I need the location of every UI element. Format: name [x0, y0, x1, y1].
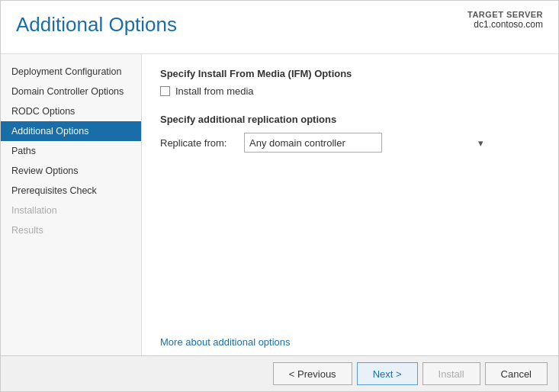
next-button[interactable]: Next >	[357, 362, 418, 385]
more-about-link[interactable]: More about additional options	[160, 336, 540, 348]
sidebar-item-installation: Installation	[1, 201, 141, 220]
target-server-value: dc1.contoso.com	[467, 19, 543, 30]
install-from-media-row: Install from media	[160, 85, 540, 97]
sidebar-item-results: Results	[1, 220, 141, 240]
sidebar-item-domain-controller-options[interactable]: Domain Controller Options	[1, 82, 141, 101]
sidebar-item-prerequisites-check[interactable]: Prerequisites Check	[1, 181, 141, 201]
sidebar-item-rodc-options[interactable]: RODC Options	[1, 101, 141, 121]
sidebar-item-review-options[interactable]: Review Options	[1, 161, 141, 181]
target-server-label: TARGET SERVER	[467, 10, 543, 19]
body-area: Deployment Configuration Domain Controll…	[1, 54, 558, 355]
ifm-section: Specify Install From Media (IFM) Options…	[160, 68, 540, 101]
install-from-media-label[interactable]: Install from media	[175, 85, 254, 97]
ifm-section-title: Specify Install From Media (IFM) Options	[160, 68, 540, 79]
page-title: Additional Options	[16, 13, 467, 37]
main-window: Additional Options TARGET SERVER dc1.con…	[0, 0, 559, 392]
replicate-from-row: Replicate from: Any domain controller Sp…	[160, 133, 540, 153]
install-button[interactable]: Install	[422, 362, 480, 385]
target-server-block: TARGET SERVER dc1.contoso.com	[467, 10, 543, 30]
content-spacer	[160, 165, 540, 329]
install-from-media-checkbox[interactable]	[160, 86, 170, 96]
content-area: Specify Install From Media (IFM) Options…	[142, 54, 558, 355]
replicate-from-label: Replicate from:	[160, 137, 244, 149]
previous-button[interactable]: < Previous	[273, 362, 352, 385]
sidebar: Deployment Configuration Domain Controll…	[1, 54, 142, 355]
replicate-from-dropdown-wrapper: Any domain controller Specific domain co…	[244, 133, 488, 153]
sidebar-item-deployment-configuration[interactable]: Deployment Configuration	[1, 62, 141, 82]
replication-section: Specify additional replication options R…	[160, 114, 540, 153]
sidebar-item-additional-options[interactable]: Additional Options	[1, 121, 141, 141]
footer: < Previous Next > Install Cancel	[1, 355, 558, 391]
cancel-button[interactable]: Cancel	[485, 362, 548, 385]
sidebar-item-paths[interactable]: Paths	[1, 141, 141, 161]
replication-section-title: Specify additional replication options	[160, 114, 540, 125]
header: Additional Options TARGET SERVER dc1.con…	[1, 1, 558, 54]
replicate-from-dropdown[interactable]: Any domain controller Specific domain co…	[244, 133, 382, 153]
